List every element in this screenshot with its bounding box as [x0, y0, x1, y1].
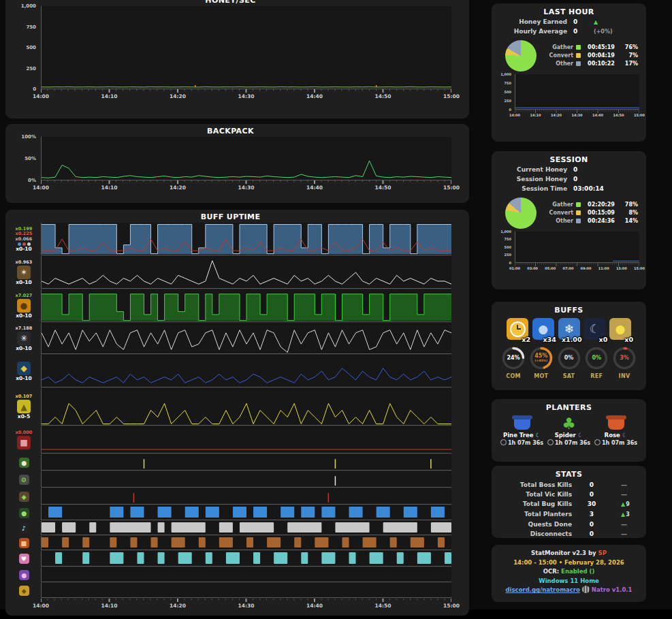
y-tick-label: 750	[505, 81, 511, 85]
backpack-y-axis: 100%50%0%	[10, 137, 38, 180]
buff-range-label: x0-10	[16, 313, 32, 319]
buff-rate-label: x7.188	[16, 326, 33, 331]
progress-ring-ref: 0%REF	[584, 346, 609, 379]
legend-row: Convert00:04:197%	[542, 52, 639, 60]
buff-row-legend: x7.027●x0-10	[10, 289, 38, 322]
honey-chart	[41, 6, 451, 89]
buff-rate-label: x0.066	[16, 237, 33, 242]
x-tick-label: 13:00	[616, 266, 627, 270]
x-tick-label: 14:00	[33, 185, 49, 191]
purple-buff-icon: ●	[19, 570, 29, 580]
progress-ring-com: 24%COM	[501, 346, 526, 379]
x-tick-label: 14:30	[238, 603, 255, 609]
legend-swatch	[576, 202, 581, 207]
buff-row-legend: ◆	[10, 488, 38, 505]
legend-row: Other00:10:2217%	[542, 60, 639, 68]
last-hour-stats: Honey Earned0▲Hourly Average0(+0%)	[498, 18, 639, 37]
buff-uptime-panel: BUFF UPTIME x0.199x0.225x0.066x0-10x0.96…	[5, 210, 469, 616]
progress-ring-mot: 45%(+45%)MOT	[529, 346, 554, 379]
y-tick-label: 0	[509, 261, 511, 265]
natro-mascot-icon	[582, 586, 590, 593]
y-tick-label: 1,000	[21, 3, 36, 9]
discord-link[interactable]: discord.gg/natromacro	[506, 586, 580, 593]
x-tick-label: 15:00	[634, 266, 645, 270]
buff-uptime-row: x7.027●x0-10	[10, 289, 451, 322]
buff-tiles: x2●x34❄x1.00☾x0●x0	[498, 318, 639, 340]
jelly-buff-icon: ■	[19, 538, 29, 548]
buff-uptime-row: ●	[10, 567, 451, 582]
ocr-line: OCR: Enabled ()	[498, 567, 639, 577]
stats-row: Total Boss Kills0—	[498, 480, 639, 490]
buff-row-chart	[41, 505, 451, 520]
buff-row-legend: ⚙	[10, 471, 38, 488]
stat-row: Hourly Average0(+0%)	[498, 27, 639, 37]
legend-swatch	[576, 53, 581, 58]
buff-row-chart	[41, 521, 451, 535]
chick-buff-icon: ●x0	[609, 318, 631, 340]
legend-swatch	[576, 219, 581, 223]
frost-buff-icon: ❄x1.00	[558, 318, 580, 340]
x-tick-label: 14:40	[306, 93, 323, 99]
version-text: StatMonitor v2.3 by	[531, 550, 598, 556]
buff-row-chart	[41, 536, 451, 550]
session-legend: Gather02:20:2978%Convert00:15:098%Other0…	[542, 201, 639, 225]
buff-row-chart	[41, 454, 451, 471]
x-tick-label: 14:40	[306, 185, 323, 191]
buff-row-chart	[41, 426, 451, 454]
buff-row-legend: ◆	[10, 583, 38, 598]
buff-row-chart	[41, 488, 451, 505]
legend-swatch	[576, 61, 581, 66]
session-title: SESSION	[498, 155, 639, 164]
up-arrow-icon: ▲	[621, 501, 625, 507]
buff-multiplier: x0	[624, 336, 633, 343]
planter-name: Spider ☾	[545, 432, 592, 439]
chick-buff-icon: ●	[615, 323, 626, 335]
buff-uptime-row: ◆	[10, 583, 451, 598]
buff-uptime-row: ●	[10, 505, 451, 520]
buff-rate-label: x0.963	[16, 260, 33, 265]
ring-label: SAT	[557, 373, 581, 379]
session-pie-chart	[505, 197, 537, 229]
melody-buff-icon: ♪	[19, 523, 29, 533]
ocr-label: OCR:	[543, 568, 561, 575]
x-tick-label: 14:10	[101, 93, 118, 99]
stat-row: Current Honey0	[498, 165, 639, 175]
ring-label: MOT	[529, 373, 554, 379]
clock-icon	[510, 321, 526, 337]
buff-uptime-rows: x0.199x0.225x0.066x0-10x0.963✶x0-10x7.02…	[10, 223, 451, 598]
buff-row-chart	[41, 583, 451, 598]
buff-row-chart	[41, 323, 451, 354]
buff-row-chart	[41, 355, 451, 387]
night-moon-icon: ☾	[590, 323, 600, 335]
planter-spider: ♣Spider ☾1h 07m 36s	[545, 414, 592, 447]
buff-range-label: x0-5	[18, 414, 30, 419]
x-tick-label: 14:10	[101, 185, 118, 191]
ring-label: REF	[584, 373, 609, 379]
planter-pine-tree: Pine Tree ☾1h 07m 36s	[498, 414, 545, 447]
backpack-panel: BACKPACK 100%50%0% 14:0014:1014:2014:301…	[5, 124, 469, 203]
legend-row: Convert00:15:098%	[542, 209, 639, 217]
moon-icon: ☾	[535, 432, 541, 439]
backpack-chart	[41, 137, 451, 180]
x-tick-label: 14:20	[170, 93, 186, 99]
x-tick-label: 14:30	[572, 113, 583, 117]
buff-row-chart	[41, 388, 451, 426]
buff-uptime-row: ●	[10, 454, 451, 471]
y-tick-label: 750	[505, 237, 511, 241]
version-line: StatMonitor v2.3 by SP	[498, 549, 639, 558]
clock-buff-icon: x2	[507, 318, 528, 340]
up-arrow-icon: ▲	[621, 511, 625, 518]
buff-row-legend: ♥	[10, 551, 38, 567]
planter-timer: 1h 07m 36s	[592, 439, 639, 447]
ring-percent: 45%	[529, 353, 554, 359]
session-mini-y-axis: 1,0007505002500	[498, 232, 513, 263]
buffs-title: BUFFS	[498, 306, 639, 315]
moon-icon: ☾	[622, 432, 628, 439]
x-tick-label: 14:20	[551, 113, 562, 117]
planters-panel: PLANTERS Pine Tree ☾1h 07m 36s♣Spider ☾1…	[492, 399, 646, 462]
stats-rows: Total Boss Kills0—Total Vic Kills0—Total…	[498, 480, 639, 539]
gear-buff-icon: ⚙	[19, 475, 29, 485]
buff-uptime-row: ⚙	[10, 471, 451, 488]
y-tick-label: 500	[505, 90, 511, 94]
x-tick-label: 14:40	[306, 603, 323, 609]
